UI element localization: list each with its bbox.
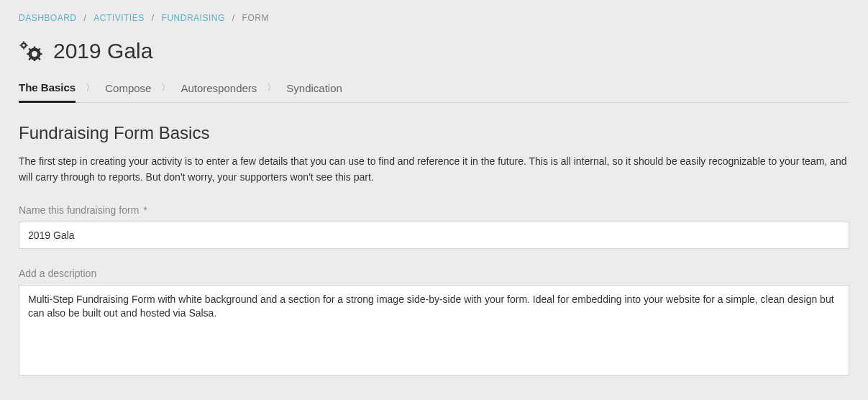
svg-rect-9: [23, 48, 24, 50]
breadcrumb-separator: /: [152, 13, 155, 23]
breadcrumb-link-activities[interactable]: ACTIVITIES: [93, 13, 144, 23]
svg-rect-3: [40, 53, 42, 55]
form-name-label: Name this fundraising form *: [19, 204, 849, 216]
tab-autoresponders[interactable]: Autoresponders: [181, 82, 257, 103]
breadcrumb-separator: /: [84, 13, 87, 23]
page-title-row: 2019 Gala: [19, 39, 849, 63]
chevron-right-icon: 〉: [267, 81, 276, 94]
form-description-label: Add a description: [19, 268, 849, 279]
gears-icon: [19, 41, 43, 61]
breadcrumb-current: FORM: [242, 13, 269, 23]
section-heading: Fundraising Form Basics: [19, 123, 849, 143]
tab-compose[interactable]: Compose: [105, 82, 151, 103]
svg-rect-8: [23, 41, 24, 42]
section-description: The first step in creating your activity…: [19, 153, 849, 186]
breadcrumb-link-fundraising[interactable]: FUNDRAISING: [162, 13, 225, 23]
tab-the-basics[interactable]: The Basics: [19, 81, 76, 103]
svg-rect-11: [27, 45, 28, 46]
form-description-textarea[interactable]: [19, 285, 849, 376]
breadcrumb-link-dashboard[interactable]: DASHBOARD: [19, 13, 77, 23]
form-name-label-text: Name this fundraising form: [19, 204, 139, 216]
svg-rect-10: [19, 45, 21, 46]
step-tabs: The Basics 〉 Compose 〉 Autoresponders 〉 …: [19, 81, 849, 103]
chevron-right-icon: 〉: [86, 81, 95, 94]
svg-rect-0: [34, 47, 36, 49]
breadcrumb: DASHBOARD / ACTIVITIES / FUNDRAISING / F…: [19, 13, 849, 23]
svg-rect-2: [27, 53, 29, 55]
page-title: 2019 Gala: [53, 39, 152, 63]
required-marker: *: [143, 204, 147, 216]
chevron-right-icon: 〉: [161, 81, 170, 94]
form-name-input[interactable]: [19, 222, 849, 249]
breadcrumb-separator: /: [232, 13, 235, 23]
svg-rect-1: [34, 60, 36, 62]
tab-syndication[interactable]: Syndication: [286, 82, 342, 103]
